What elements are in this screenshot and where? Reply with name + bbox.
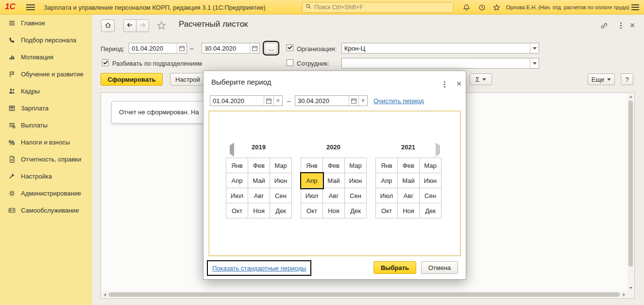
help-button[interactable]: ? (621, 73, 633, 85)
split-by-departments-checkbox[interactable] (102, 59, 109, 66)
period-from-input[interactable]: 01.04.2020 (129, 43, 187, 54)
next-years-arrow-icon[interactable] (436, 145, 440, 154)
select-button[interactable]: Выбрать (373, 261, 416, 274)
month-cell[interactable]: Авг (398, 188, 420, 203)
sidebar-item-payments[interactable]: Выплаты (0, 117, 92, 134)
more-menu-kebab-icon[interactable] (616, 21, 626, 30)
main-menu-icon[interactable] (26, 4, 35, 12)
month-cell[interactable]: Сен (345, 188, 367, 203)
sidebar-item-reports[interactable]: Отчетность, справки (0, 151, 92, 168)
horizontal-scrollbar[interactable] (102, 291, 627, 298)
sum-button[interactable]: Σ (470, 73, 492, 85)
month-cell[interactable]: Апр (376, 173, 398, 188)
month-cell[interactable]: Фев (248, 158, 270, 173)
dropdown-arrow-icon[interactable] (530, 43, 539, 53)
calendar-icon[interactable] (250, 43, 259, 53)
month-cell[interactable]: Фев (323, 158, 345, 173)
month-cell-selected[interactable]: Апр (301, 173, 323, 188)
scroll-left-icon[interactable] (102, 291, 108, 298)
month-cell[interactable]: Июл (301, 188, 323, 203)
show-standard-periods-link[interactable]: Показать стандартные периоды (212, 265, 306, 272)
scroll-down-icon[interactable] (627, 285, 634, 291)
employee-combo[interactable] (341, 58, 539, 69)
month-cell[interactable]: Окт (301, 203, 323, 218)
organization-checkbox[interactable] (287, 44, 293, 51)
month-cell[interactable]: Ноя (248, 203, 270, 218)
month-cell[interactable]: Ноя (398, 203, 420, 218)
employee-checkbox[interactable] (287, 59, 293, 66)
sidebar-item-self-service[interactable]: Самообслуживание (0, 202, 92, 219)
home-button[interactable] (101, 19, 115, 32)
notifications-bell-icon[interactable] (461, 3, 471, 12)
favorites-star-icon[interactable] (491, 3, 501, 12)
month-cell[interactable]: Июн (270, 173, 292, 188)
month-cell[interactable]: Май (398, 173, 420, 188)
month-cell[interactable]: Дек (345, 203, 367, 218)
calendar-icon[interactable] (349, 96, 358, 106)
month-cell[interactable]: Июн (420, 173, 441, 188)
month-cell[interactable]: Мар (270, 158, 292, 173)
month-cell[interactable]: Авг (323, 188, 345, 203)
scroll-right-icon[interactable] (621, 291, 627, 298)
scroll-up-icon[interactable] (627, 93, 634, 100)
sidebar-item-motivation[interactable]: Мотивация (0, 49, 92, 66)
month-cell[interactable]: Мар (420, 158, 441, 173)
sidebar-item-salary[interactable]: Зарплата (0, 100, 92, 117)
back-button[interactable] (123, 19, 136, 32)
month-cell[interactable]: Дек (270, 203, 292, 218)
link-icon[interactable] (599, 21, 609, 30)
forward-button[interactable] (136, 19, 149, 32)
clear-date-icon[interactable]: × (358, 96, 367, 106)
more-button[interactable]: Еще (588, 73, 615, 85)
history-icon[interactable] (477, 3, 487, 12)
month-cell[interactable]: Сен (270, 188, 292, 203)
horizontal-scrollbar-thumb[interactable] (109, 292, 620, 297)
current-user[interactable]: Орлова Е.Н. (Нач. отд. расчетов по оплат… (506, 4, 629, 10)
sidebar-item-hr[interactable]: Кадры (0, 83, 92, 100)
month-cell[interactable]: Фев (398, 158, 420, 173)
month-cell[interactable]: Июл (376, 188, 398, 203)
month-cell[interactable]: Янв (376, 158, 398, 173)
calendar-icon[interactable] (177, 43, 186, 53)
month-cell[interactable]: Май (323, 173, 345, 188)
calendar-icon[interactable] (264, 96, 273, 106)
dialog-period-to-input[interactable]: 30.04.2020 × (295, 95, 368, 106)
sidebar-item-recruiting[interactable]: Подбор персонала (0, 32, 92, 49)
sidebar-item-main[interactable]: Главное (0, 15, 92, 32)
month-cell[interactable]: Сен (420, 188, 441, 203)
dialog-kebab-icon[interactable] (440, 80, 449, 89)
month-cell[interactable]: Янв (226, 158, 248, 173)
dropdown-arrow-icon[interactable] (530, 58, 539, 68)
dialog-close-icon[interactable]: × (454, 79, 464, 88)
period-picker-button[interactable]: ... (265, 43, 277, 54)
service-menu-icon[interactable] (631, 4, 639, 12)
sidebar-item-taxes[interactable]: % Налоги и взносы (0, 134, 92, 151)
month-cell[interactable]: Май (248, 173, 270, 188)
settings-button[interactable]: Настрой (170, 73, 205, 86)
vertical-scrollbar[interactable] (627, 93, 634, 291)
month-cell[interactable]: Ноя (323, 203, 345, 218)
month-cell[interactable]: Янв (301, 158, 323, 173)
month-cell[interactable]: Мар (345, 158, 367, 173)
month-cell[interactable]: Июн (345, 173, 367, 188)
sidebar-item-training[interactable]: Обучение и развитие (0, 66, 92, 83)
close-icon[interactable]: × (627, 21, 637, 30)
generate-button[interactable]: Сформировать (101, 73, 163, 86)
month-cell[interactable]: Авг (248, 188, 270, 203)
month-cell[interactable]: Дек (420, 203, 441, 218)
sidebar-item-settings[interactable]: Настройка (0, 168, 92, 185)
month-cell[interactable]: Окт (376, 203, 398, 218)
vertical-scrollbar-thumb[interactable] (628, 101, 633, 267)
period-to-input[interactable]: 30.04.2020 (202, 43, 260, 54)
month-cell[interactable]: Окт (226, 203, 248, 218)
month-cell[interactable]: Апр (226, 173, 248, 188)
month-cell[interactable]: Июл (226, 188, 248, 203)
search-input[interactable]: Поиск Ctrl+Shift+F (302, 2, 454, 13)
cancel-button[interactable]: Отмена (421, 261, 458, 274)
dialog-period-from-input[interactable]: 01.04.2020 × (210, 95, 283, 106)
favorite-star-icon[interactable] (156, 21, 166, 30)
clear-period-link[interactable]: Очистить период (373, 97, 424, 105)
sidebar-item-administration[interactable]: Администрирование (0, 185, 92, 202)
organization-combo[interactable]: Крон-Ц (341, 43, 539, 54)
clear-date-icon[interactable]: × (273, 96, 282, 106)
